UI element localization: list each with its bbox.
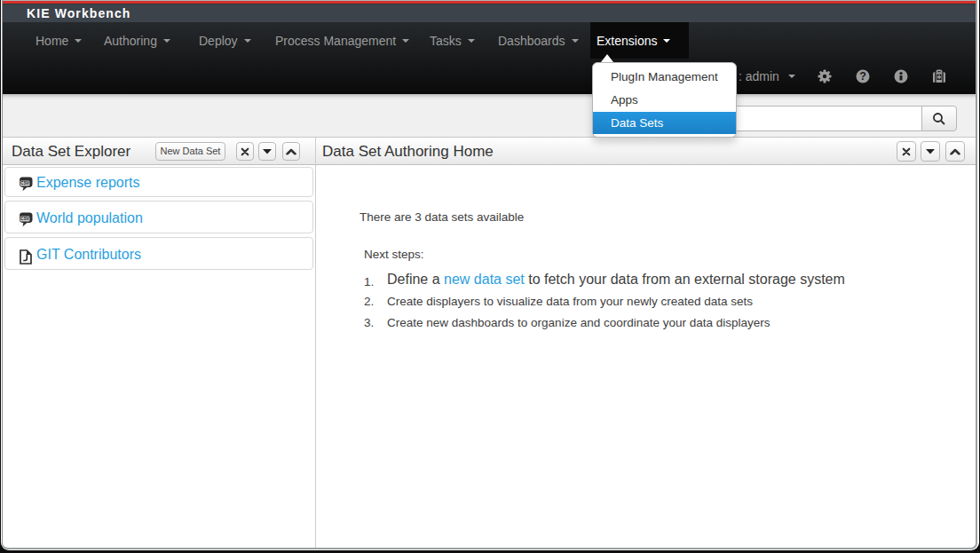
svg-text:?: ? [859,70,866,83]
svg-text:CSV: CSV [20,217,29,221]
svg-text:CSV: CSV [20,181,29,186]
